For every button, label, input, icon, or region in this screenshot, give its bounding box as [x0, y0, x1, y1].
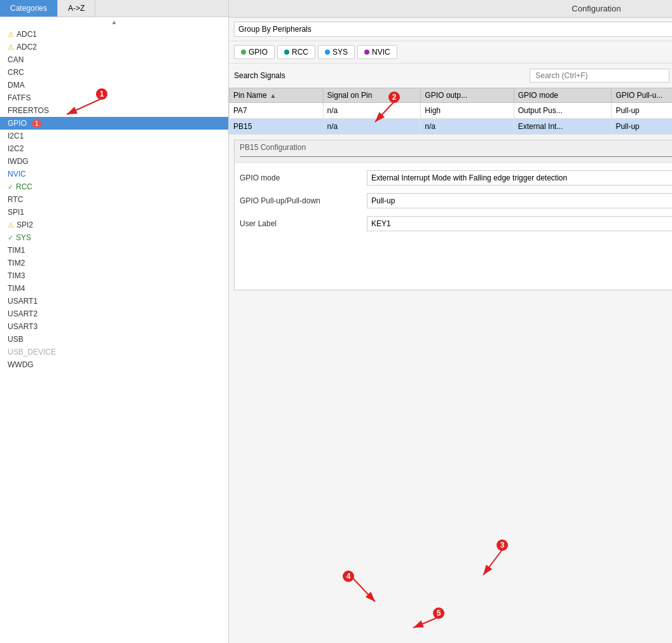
user-label-row: User Label — [240, 216, 672, 231]
col-header-1[interactable]: Signal on Pin — [323, 88, 421, 103]
sidebar-item-freertos[interactable]: FREERTOS — [0, 104, 228, 117]
table-row[interactable]: PB15n/an/aExternal Int...Pull-upn/aKEY1 — [230, 119, 673, 135]
pb15-config-section: PB15 Configuration —————————————————————… — [234, 140, 672, 290]
table-cell-1-1: n/a — [323, 119, 421, 135]
gpio-pull-select-wrapper: Pull-up — [367, 193, 672, 208]
sys-dot — [325, 50, 330, 55]
sidebar-scroll: ⚠ADC1⚠ADC2CANCRCDMAFATFSFREERTOSGPIO1I2C… — [0, 27, 228, 643]
main-panel: Configuration Group By Peripherals GPIOR… — [229, 0, 672, 643]
col-header-4[interactable]: GPIO Pull-u... — [612, 88, 672, 103]
sidebar-item-usart1[interactable]: USART1 — [0, 295, 228, 308]
group-by-row: Group By Peripherals — [229, 18, 672, 41]
group-by-select[interactable]: Group By Peripherals — [234, 22, 672, 37]
sidebar-item-label: IWDG — [8, 157, 29, 166]
sidebar-item-label: CAN — [8, 55, 24, 64]
gpio-pull-select[interactable]: Pull-up — [367, 193, 672, 208]
table-cell-0-4: Pull-up — [612, 103, 672, 119]
sidebar-item-usb[interactable]: USB — [0, 333, 228, 346]
filter-tab-sys[interactable]: SYS — [318, 45, 355, 59]
sidebar-item-gpio[interactable]: GPIO1 — [0, 117, 228, 130]
sidebar-item-tim2[interactable]: TIM2 — [0, 257, 228, 269]
sidebar-item-i2c2[interactable]: I2C2 — [0, 142, 228, 155]
sidebar-item-label: USB — [8, 335, 24, 344]
nvic-dot — [364, 50, 369, 55]
gpio-mode-select[interactable]: External Interrupt Mode with Falling edg… — [367, 170, 672, 186]
check-icon: ✓ — [8, 234, 13, 242]
filter-tab-gpio[interactable]: GPIO — [234, 45, 275, 59]
sidebar-item-adc2[interactable]: ⚠ADC2 — [0, 41, 228, 53]
sidebar-item-label: GPIO — [8, 119, 27, 128]
sidebar-item-label: RTC — [8, 195, 23, 204]
user-label-input[interactable] — [367, 216, 672, 231]
sidebar-tab-bar: Categories A->Z — [0, 0, 228, 17]
sidebar-item-iwdg[interactable]: IWDG — [0, 155, 228, 168]
sidebar-item-label: TIM4 — [8, 284, 25, 293]
sidebar-item-crc[interactable]: CRC — [0, 66, 228, 79]
table-cell-1-3: External Int... — [514, 119, 612, 135]
table-cell-1-4: Pull-up — [612, 119, 672, 135]
sidebar-item-label: TIM3 — [8, 271, 25, 280]
sidebar-item-usart2[interactable]: USART2 — [0, 308, 228, 320]
item-badge: 1 — [32, 120, 42, 127]
gpio-pull-label: GPIO Pull-up/Pull-down — [240, 196, 367, 205]
warn-icon: ⚠ — [8, 43, 14, 51]
sidebar-item-adc1[interactable]: ⚠ADC1 — [0, 28, 228, 41]
sidebar-item-rcc[interactable]: ✓RCC — [0, 180, 228, 193]
signal-table-wrapper: Pin Name ▲Signal on PinGPIO outp...GPIO … — [229, 88, 672, 135]
sidebar-item-label: NVIC — [8, 170, 26, 179]
sidebar-item-wwdg[interactable]: WWDG — [0, 358, 228, 371]
sidebar-item-dma[interactable]: DMA — [0, 79, 228, 91]
table-row[interactable]: PA7n/aHighOutput Pus...Pull-upLowLED1 — [230, 103, 673, 119]
sidebar-item-label: TIM2 — [8, 259, 25, 267]
filter-tab-nvic[interactable]: NVIC — [357, 45, 397, 59]
filter-tab-rcc[interactable]: RCC — [277, 45, 315, 59]
sidebar-item-label: FREERTOS — [8, 106, 49, 115]
search-row: Search Signals Show only Modified Pins — [229, 64, 672, 88]
col-header-0[interactable]: Pin Name ▲ — [230, 88, 324, 103]
table-cell-0-0: PA7 — [230, 103, 324, 119]
user-label-label: User Label — [240, 219, 367, 228]
sidebar-item-spi1[interactable]: SPI1 — [0, 206, 228, 219]
warn-icon: ⚠ — [8, 30, 14, 39]
table-cell-1-2: n/a — [421, 119, 514, 135]
group-by-wrapper: Group By Peripherals — [234, 22, 672, 37]
sidebar-item-tim1[interactable]: TIM1 — [0, 244, 228, 257]
col-header-3[interactable]: GPIO mode — [514, 88, 612, 103]
check-icon: ✓ — [8, 183, 13, 191]
sidebar-item-sys[interactable]: ✓SYS — [0, 231, 228, 244]
tab-categories[interactable]: Categories — [0, 0, 58, 17]
sidebar: Categories A->Z ▲ ⚠ADC1⚠ADC2CANCRCDMAFAT… — [0, 0, 229, 643]
sort-arrow: ▲ — [268, 92, 277, 99]
search-input[interactable] — [530, 69, 669, 83]
config-header: Configuration — [229, 0, 672, 18]
sidebar-item-nvic[interactable]: NVIC — [0, 168, 228, 180]
sidebar-item-label: SPI1 — [8, 208, 24, 217]
sidebar-item-label: I2C1 — [8, 132, 24, 140]
sidebar-item-label: USART2 — [8, 309, 38, 318]
sidebar-item-label: USART3 — [8, 322, 38, 331]
sidebar-item-usbdevice[interactable]: USB_DEVICE — [0, 346, 228, 358]
sidebar-item-tim3[interactable]: TIM3 — [0, 269, 228, 282]
warn-icon: ⚠ — [8, 221, 14, 229]
sidebar-item-rtc[interactable]: RTC — [0, 193, 228, 206]
sidebar-item-label: RCC — [16, 182, 32, 191]
gpio-mode-row: GPIO mode External Interrupt Mode with F… — [240, 170, 672, 186]
sidebar-item-label: USB_DEVICE — [8, 348, 56, 356]
sidebar-item-label: USART1 — [8, 297, 38, 306]
sidebar-item-fatfs[interactable]: FATFS — [0, 91, 228, 104]
sidebar-item-can[interactable]: CAN — [0, 53, 228, 66]
gpio-dot — [241, 50, 246, 55]
sidebar-item-spi2[interactable]: ⚠SPI2 — [0, 219, 228, 231]
sidebar-item-i2c1[interactable]: I2C1 — [0, 130, 228, 142]
scroll-arrow-up[interactable]: ▲ — [0, 17, 228, 27]
sidebar-item-label: CRC — [8, 68, 24, 77]
filter-tabs: GPIORCCSYSNVIC — [229, 41, 672, 64]
tab-atoz[interactable]: A->Z — [58, 0, 95, 17]
table-body: PA7n/aHighOutput Pus...Pull-upLowLED1PB1… — [230, 103, 673, 135]
col-header-2[interactable]: GPIO outp... — [421, 88, 514, 103]
sidebar-item-label: SPI2 — [17, 220, 33, 229]
sidebar-item-usart3[interactable]: USART3 — [0, 320, 228, 333]
sidebar-item-label: DMA — [8, 81, 25, 90]
sidebar-item-tim4[interactable]: TIM4 — [0, 282, 228, 295]
sidebar-item-label: ADC1 — [17, 30, 37, 39]
